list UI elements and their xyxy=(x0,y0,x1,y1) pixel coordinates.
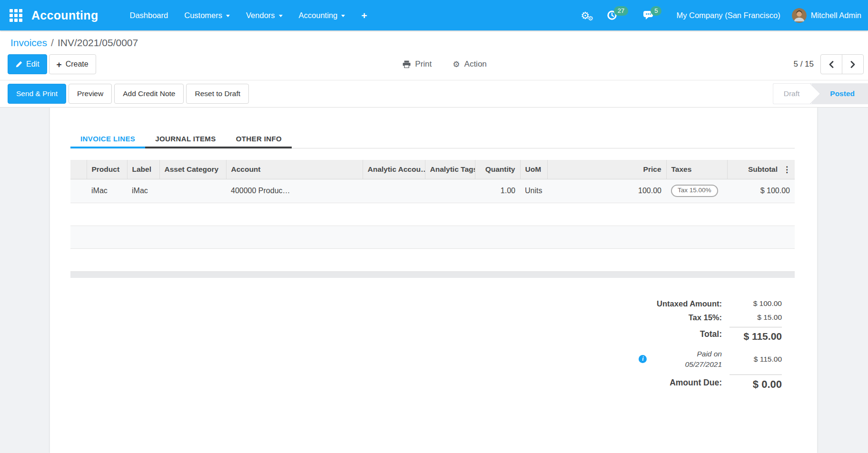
selector-column-header xyxy=(70,160,87,179)
tab-other-info[interactable]: OTHER INFO xyxy=(226,130,292,148)
cell-taxes: Tax 15.00% xyxy=(666,179,727,203)
activity-count-badge: 27 xyxy=(614,6,628,16)
company-switcher[interactable]: My Company (San Francisco) xyxy=(676,11,780,20)
info-icon[interactable]: i xyxy=(639,355,647,363)
breadcrumb-current: INV/2021/05/0007 xyxy=(58,37,138,48)
reset-to-draft-button[interactable]: Reset to Draft xyxy=(186,84,249,104)
column-header-asset-category[interactable]: Asset Category xyxy=(159,160,226,179)
list-footer xyxy=(70,272,795,278)
action-menu-button[interactable]: ⚙ Action xyxy=(453,59,487,69)
column-header-taxes[interactable]: Taxes xyxy=(666,160,727,179)
chevron-down-icon xyxy=(279,15,283,17)
control-panel: Invoices/INV/2021/05/0007 Edit + Create xyxy=(0,30,868,80)
paid-label: Paid on 05/27/2021 xyxy=(685,349,722,370)
print-menu-button[interactable]: Print xyxy=(403,59,432,69)
tax-label: Tax 15%: xyxy=(689,313,722,322)
gears-small-icon: ⚙ xyxy=(588,15,593,21)
column-header-subtotal[interactable]: Subtotal ⋮ xyxy=(727,160,795,179)
edit-button[interactable]: Edit xyxy=(8,54,47,74)
empty-row xyxy=(70,203,795,226)
invoice-totals: Untaxed Amount: $ 100.00 Tax 15%: $ 15.0… xyxy=(70,297,795,394)
menu-accounting[interactable]: Accounting xyxy=(299,11,345,20)
empty-row xyxy=(70,226,795,248)
cell-label: iMac xyxy=(127,179,159,203)
pencil-icon xyxy=(15,61,22,68)
menu-accounting-label: Accounting xyxy=(299,11,338,20)
create-button-label: Create xyxy=(66,60,89,69)
cell-subtotal: $ 100.00 xyxy=(727,179,795,203)
main-menu: Dashboard Customers Vendors Accounting + xyxy=(130,10,367,20)
cell-product: iMac xyxy=(87,179,127,203)
total-row: Total: $ 115.00 xyxy=(700,325,782,345)
cell-analytic-tags xyxy=(425,179,475,203)
breadcrumb-invoices-link[interactable]: Invoices xyxy=(10,37,47,48)
column-header-analytic-tags[interactable]: Analytic Tags xyxy=(425,160,475,179)
menu-customers[interactable]: Customers xyxy=(184,11,230,20)
menu-dashboard[interactable]: Dashboard xyxy=(130,11,168,20)
column-header-uom[interactable]: UoM xyxy=(520,160,547,179)
menu-add[interactable]: + xyxy=(361,10,367,20)
action-menu-label: Action xyxy=(464,59,487,69)
apps-grid-icon xyxy=(10,9,22,22)
statusbar: Send & Print Preview Add Credit Note Res… xyxy=(0,80,868,108)
message-count-badge: 5 xyxy=(651,6,661,16)
settings-button[interactable]: ⚙ ⚙ xyxy=(581,10,595,20)
cell-uom: Units xyxy=(520,179,547,203)
total-value: $ 115.00 xyxy=(730,327,782,342)
create-button[interactable]: + Create xyxy=(49,54,96,74)
messages-button[interactable]: 5 xyxy=(643,10,665,20)
cell-price: 100.00 xyxy=(547,179,666,203)
tab-invoice-lines[interactable]: INVOICE LINES xyxy=(70,130,145,148)
activities-button[interactable]: 27 xyxy=(607,10,631,20)
send-print-button[interactable]: Send & Print xyxy=(8,84,66,104)
add-credit-note-button[interactable]: Add Credit Note xyxy=(114,84,184,104)
tax-tag: Tax 15.00% xyxy=(671,185,718,197)
user-name: Mitchell Admin xyxy=(811,11,861,20)
pager-previous-button[interactable] xyxy=(820,54,842,74)
untaxed-amount-row: Untaxed Amount: $ 100.00 xyxy=(657,297,782,311)
optional-columns-kebab-icon[interactable]: ⋮ xyxy=(781,164,792,174)
status-widget: Draft Posted xyxy=(773,83,868,104)
cp-actions: Print ⚙ Action xyxy=(96,59,794,69)
column-header-quantity[interactable]: Quantity xyxy=(475,160,520,179)
invoice-lines-table: Product Label Asset Category Account Ana… xyxy=(70,160,795,272)
tax-row: Tax 15%: $ 15.00 xyxy=(689,311,782,325)
pager-next-button[interactable] xyxy=(842,54,864,74)
menu-dashboard-label: Dashboard xyxy=(130,11,168,20)
paid-label-line1: Paid on xyxy=(697,350,722,358)
amount-due-row: Amount Due: $ 0.00 xyxy=(670,372,782,393)
column-header-price[interactable]: Price xyxy=(547,160,666,179)
gear-icon: ⚙ xyxy=(453,60,460,69)
tab-journal-items[interactable]: JOURNAL ITEMS xyxy=(145,130,226,148)
user-menu[interactable]: Mitchell Admin xyxy=(792,8,861,23)
plus-icon: + xyxy=(57,60,62,69)
column-header-subtotal-label: Subtotal xyxy=(748,165,778,173)
breadcrumb: Invoices/INV/2021/05/0007 xyxy=(0,37,868,54)
apps-menu-button[interactable] xyxy=(0,9,31,22)
breadcrumb-separator: / xyxy=(51,37,54,48)
systray: ⚙ ⚙ 27 5 My xyxy=(581,8,861,23)
edit-button-label: Edit xyxy=(26,60,39,69)
status-step-draft[interactable]: Draft xyxy=(773,83,812,104)
app-name[interactable]: Accounting xyxy=(31,9,99,22)
pager-value: 5 / 15 xyxy=(793,59,814,69)
printer-icon xyxy=(403,60,411,68)
pager: 5 / 15 xyxy=(793,54,864,74)
chevron-left-icon xyxy=(829,60,834,69)
column-header-product[interactable]: Product xyxy=(87,160,127,179)
paid-row: i Paid on 05/27/2021 $ 115.00 xyxy=(639,346,782,373)
top-navbar: Accounting Dashboard Customers Vendors A… xyxy=(0,0,868,30)
preview-button[interactable]: Preview xyxy=(69,84,112,104)
cell-analytic-account xyxy=(363,179,425,203)
untaxed-amount-value: $ 100.00 xyxy=(730,299,782,308)
amount-due-value: $ 0.00 xyxy=(730,374,782,391)
column-header-label[interactable]: Label xyxy=(127,160,159,179)
total-label: Total: xyxy=(700,329,722,339)
invoice-line-row[interactable]: iMac iMac 400000 Produc… 1.00 Units 100.… xyxy=(70,179,795,203)
avatar xyxy=(792,8,807,23)
column-header-analytic-account[interactable]: Analytic Accou… xyxy=(363,160,425,179)
column-header-account[interactable]: Account xyxy=(226,160,363,179)
menu-vendors[interactable]: Vendors xyxy=(246,11,283,20)
chevron-right-icon xyxy=(850,60,856,69)
print-menu-label: Print xyxy=(415,59,432,69)
